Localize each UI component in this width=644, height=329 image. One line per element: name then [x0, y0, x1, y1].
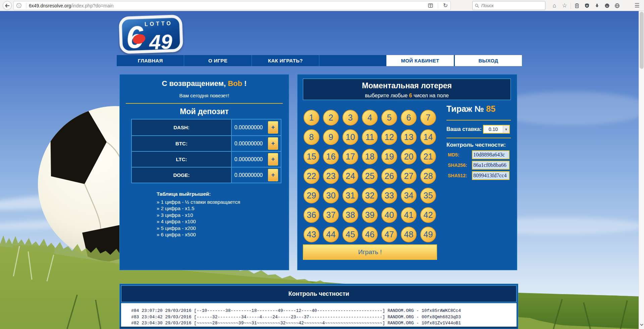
main-nav: ГЛАВНАЯ О ИГРЕ КАК ИГРАТЬ? МОЙ КАБИНЕТ В…	[117, 55, 522, 66]
reload-icon[interactable]: ↻	[440, 1, 450, 10]
lotto-ball-28[interactable]: 28	[420, 168, 436, 184]
lotto-ball-4[interactable]: 4	[362, 110, 378, 126]
lottery-header: Моментальная лотерея выберите любые 6 чи…	[303, 79, 511, 100]
deposit-row-btc: BTC: 0.00000000 +	[132, 135, 281, 151]
lotto-ball-12[interactable]: 12	[381, 129, 397, 145]
lotto-ball-37[interactable]: 37	[323, 207, 339, 223]
lotto-ball-34[interactable]: 34	[401, 188, 417, 203]
deposit-add-button-dash[interactable]: +	[268, 121, 278, 134]
lotto-ball-26[interactable]: 26	[381, 168, 397, 184]
log-line: #82 23:04:30 29/03/2016 [~~~~~~28~~~~~~~…	[131, 320, 517, 327]
download-icon[interactable]	[592, 1, 602, 10]
payout-table: Таблица выйгрышей: » 1 цифра - ½ ставки …	[155, 191, 240, 238]
lotto-ball-7[interactable]: 7	[420, 110, 436, 126]
lotto-ball-13[interactable]: 13	[401, 129, 417, 145]
bookmark-star-icon[interactable]: ☆	[559, 1, 570, 10]
nav-item-vyhod[interactable]: ВЫХОД	[454, 55, 522, 66]
lotto-ball-25[interactable]: 25	[362, 168, 378, 184]
lotto-ball-11[interactable]: 11	[362, 129, 378, 145]
chat-addon-icon[interactable]	[602, 1, 612, 10]
lotto-ball-41[interactable]: 41	[401, 207, 417, 223]
menu-hamburger-icon[interactable]: ☰	[632, 1, 642, 10]
lotto-ball-49[interactable]: 49	[420, 227, 436, 242]
url-bar[interactable]: i 6x49.dnsresolve.org/index.php?do=main …	[13, 1, 451, 10]
deposit-row-ltc: LTC: 0.00000000 +	[132, 151, 281, 167]
deposit-amount: 0.00000000	[232, 168, 265, 183]
lotto-ball-10[interactable]: 10	[342, 129, 358, 145]
lotto-ball-23[interactable]: 23	[323, 168, 339, 184]
page-info-icon[interactable]: i	[14, 1, 24, 10]
lotto-ball-22[interactable]: 22	[304, 168, 319, 184]
lotto-ball-30[interactable]: 30	[323, 188, 339, 203]
lotto-ball-29[interactable]: 29	[304, 188, 319, 203]
lotto-ball-14[interactable]: 14	[420, 129, 436, 145]
lotto-ball-38[interactable]: 38	[342, 207, 358, 223]
play-button[interactable]: Играть !	[303, 244, 437, 260]
lotto-ball-35[interactable]: 35	[420, 188, 436, 203]
logo-lotto-text: LOTTO	[145, 20, 173, 27]
deposit-currency: LTC:	[132, 152, 232, 167]
lotto-ball-18[interactable]: 18	[362, 149, 378, 164]
lotto-ball-15[interactable]: 15	[304, 149, 319, 164]
draw-number: 85	[486, 104, 495, 113]
lotto-ball-19[interactable]: 19	[381, 149, 397, 164]
lotto-ball-32[interactable]: 32	[362, 188, 378, 203]
deposit-amount: 0.00000000	[232, 120, 265, 135]
lotto-ball-3[interactable]: 3	[342, 110, 358, 126]
sha256-value-input[interactable]	[472, 161, 509, 170]
lotto-ball-24[interactable]: 24	[342, 168, 358, 184]
lotto-649-logo[interactable]: LOTTO 6 49	[118, 13, 185, 55]
shield-addon-icon[interactable]	[582, 1, 592, 10]
lotto-ball-16[interactable]: 16	[323, 149, 339, 164]
lotto-ball-1[interactable]: 1	[304, 110, 319, 126]
lotto-ball-45[interactable]: 45	[342, 227, 358, 242]
lotto-ball-2[interactable]: 2	[323, 110, 339, 126]
search-box[interactable]	[472, 1, 545, 10]
lotto-ball-6[interactable]: 6	[401, 110, 417, 126]
sha512-value-input[interactable]	[472, 171, 509, 180]
lottery-subtitle: выберите любые 6 чисел на поле	[303, 93, 511, 99]
nav-item-o-igre[interactable]: О ИГРЕ	[184, 55, 252, 66]
deposit-add-button-ltc[interactable]: +	[268, 153, 278, 166]
reader-mode-icon[interactable]	[425, 1, 435, 10]
payout-item: » 5 цифра - x200	[155, 225, 240, 232]
lotto-ball-31[interactable]: 31	[342, 188, 358, 203]
payout-item: » 4 цифра - x100	[155, 218, 240, 225]
draw-number-title: Тираж № 85	[446, 104, 514, 114]
lotto-number-grid: 1234567891011121314151617181920212223242…	[304, 110, 436, 242]
deposit-add-button-btc[interactable]: +	[268, 137, 278, 150]
lotto-ball-42[interactable]: 42	[420, 207, 436, 223]
nav-item-moy-kabinet[interactable]: МОЙ КАБИНЕТ	[386, 55, 453, 66]
lotto-ball-48[interactable]: 48	[401, 227, 417, 242]
lotto-ball-44[interactable]: 44	[323, 227, 339, 242]
lotto-ball-43[interactable]: 43	[304, 227, 319, 242]
back-button[interactable]	[3, 1, 12, 10]
bet-select[interactable]: 0.10 ▼	[483, 125, 510, 134]
page-scrollbar[interactable]	[639, 11, 644, 329]
nav-item-kak-igrat[interactable]: КАК ИГРАТЬ?	[252, 55, 319, 66]
lotto-ball-36[interactable]: 36	[304, 207, 319, 223]
nav-item-glavnaya[interactable]: ГЛАВНАЯ	[117, 55, 184, 66]
scrollbar-down-arrow[interactable]	[639, 322, 644, 327]
deposit-title: Мой депозит	[120, 107, 289, 116]
lotto-ball-5[interactable]: 5	[381, 110, 397, 126]
lotto-ball-27[interactable]: 27	[401, 168, 417, 184]
lotto-ball-17[interactable]: 17	[342, 149, 358, 164]
globe-addon-icon[interactable]	[612, 1, 622, 10]
lotto-ball-21[interactable]: 21	[420, 149, 436, 164]
lotto-ball-47[interactable]: 47	[381, 227, 397, 242]
lotto-ball-20[interactable]: 20	[401, 149, 417, 164]
lotto-ball-8[interactable]: 8	[304, 129, 319, 145]
lotto-ball-39[interactable]: 39	[362, 207, 378, 223]
chevron-down-icon: ▼	[503, 126, 509, 133]
scrollbar-thumb[interactable]	[640, 12, 644, 69]
lotto-ball-40[interactable]: 40	[381, 207, 397, 223]
clipboard-icon[interactable]	[572, 1, 582, 10]
search-input[interactable]	[481, 3, 535, 8]
lotto-ball-33[interactable]: 33	[381, 188, 397, 203]
lotto-ball-46[interactable]: 46	[362, 227, 378, 242]
md5-value-input[interactable]	[472, 150, 509, 159]
deposit-add-button-doge[interactable]: +	[268, 169, 278, 181]
home-icon[interactable]: ⌂	[549, 1, 559, 10]
lotto-ball-9[interactable]: 9	[323, 129, 339, 145]
